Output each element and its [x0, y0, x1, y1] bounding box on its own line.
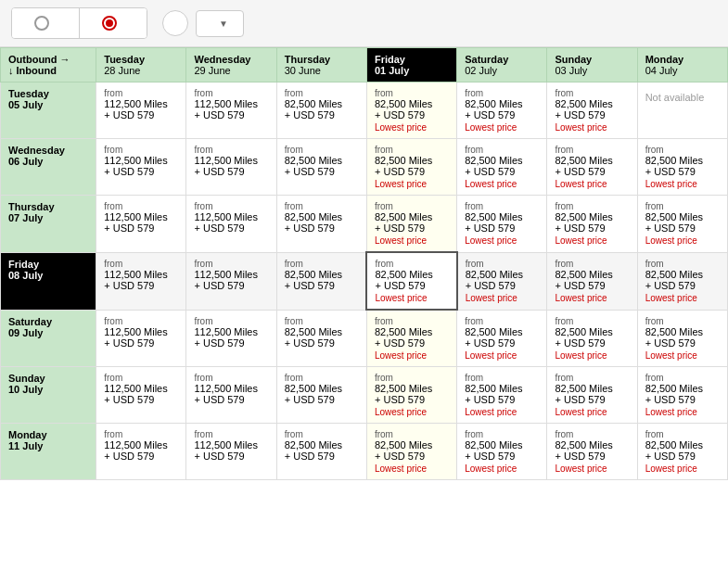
- miles-value: 82,500 Miles: [465, 98, 539, 109]
- lowest-price-label: Lowest price: [375, 235, 449, 246]
- lowest-price-label: Lowest price: [465, 122, 539, 133]
- cash-option[interactable]: [12, 8, 80, 38]
- cell-row4-col1[interactable]: from112,500 Miles+ USD 579: [186, 310, 276, 367]
- cell-row4-col0[interactable]: from112,500 Miles+ USD 579: [96, 310, 186, 367]
- col-day-col3: Friday: [375, 54, 449, 65]
- col-header-col5[interactable]: Sunday03 July: [547, 48, 637, 83]
- col-header-col4[interactable]: Saturday02 July: [457, 48, 547, 83]
- cell-row2-col0[interactable]: from112,500 Miles+ USD 579: [96, 196, 186, 253]
- lowest-price-label: Lowest price: [465, 463, 539, 474]
- cell-row5-col1[interactable]: from112,500 Miles+ USD 579: [186, 367, 276, 424]
- cell-row1-col2[interactable]: from82,500 Miles+ USD 579: [276, 139, 366, 196]
- miles-value: 82,500 Miles: [375, 211, 449, 222]
- usd-value: + USD 579: [555, 222, 629, 234]
- cell-row5-col5[interactable]: from82,500 Miles+ USD 579Lowest price: [547, 367, 637, 424]
- col-day-col2: Thursday: [285, 54, 359, 65]
- cell-row0-col5[interactable]: from82,500 Miles+ USD 579Lowest price: [547, 83, 637, 139]
- cell-row5-col6[interactable]: from82,500 Miles+ USD 579Lowest price: [637, 367, 727, 424]
- col-header-col1[interactable]: Wednesday29 June: [186, 48, 276, 83]
- cell-row4-col3[interactable]: from82,500 Miles+ USD 579Lowest price: [366, 310, 456, 367]
- cell-row1-col0[interactable]: from112,500 Miles+ USD 579: [96, 139, 186, 196]
- cell-row0-col6[interactable]: Not available: [637, 83, 727, 139]
- cell-row1-col4[interactable]: from82,500 Miles+ USD 579Lowest price: [457, 139, 547, 196]
- cell-row6-col4[interactable]: from82,500 Miles+ USD 579Lowest price: [457, 424, 547, 480]
- from-label: from: [285, 145, 359, 155]
- lowest-price-label: Lowest price: [555, 463, 629, 474]
- lowest-price-label: Lowest price: [375, 407, 449, 417]
- cell-row1-col1[interactable]: from112,500 Miles+ USD 579: [186, 139, 276, 196]
- cell-row5-col4[interactable]: from82,500 Miles+ USD 579Lowest price: [457, 367, 547, 424]
- cell-row4-col4[interactable]: from82,500 Miles+ USD 579Lowest price: [457, 310, 547, 367]
- cell-row1-col5[interactable]: from82,500 Miles+ USD 579Lowest price: [547, 139, 637, 196]
- from-label: from: [555, 145, 629, 155]
- usd-value: + USD 579: [104, 109, 178, 121]
- cell-row0-col2[interactable]: from82,500 Miles+ USD 579: [276, 83, 366, 139]
- miles-option[interactable]: [80, 8, 147, 38]
- cell-row2-col6[interactable]: from82,500 Miles+ USD 579Lowest price: [637, 196, 727, 253]
- col-day-col4: Saturday: [465, 54, 539, 65]
- usd-value: + USD 579: [375, 451, 449, 462]
- cell-row2-col1[interactable]: from112,500 Miles+ USD 579: [186, 196, 276, 253]
- usd-value: + USD 579: [104, 222, 178, 234]
- cell-row3-col6[interactable]: from82,500 Miles+ USD 579Lowest price: [637, 252, 727, 310]
- from-label: from: [285, 88, 359, 98]
- cell-row0-col1[interactable]: from112,500 Miles+ USD 579: [186, 83, 276, 139]
- from-label: from: [375, 259, 448, 269]
- usd-value: + USD 579: [285, 222, 359, 234]
- row-date-row0: 05 July: [8, 99, 88, 110]
- cell-row6-col2[interactable]: from82,500 Miles+ USD 579: [276, 424, 366, 480]
- row-date-row6: 11 July: [8, 440, 88, 451]
- cell-row4-col2[interactable]: from82,500 Miles+ USD 579: [276, 310, 366, 367]
- cell-row6-col1[interactable]: from112,500 Miles+ USD 579: [186, 424, 276, 480]
- cell-row0-col0[interactable]: from112,500 Miles+ USD 579: [96, 83, 186, 139]
- cell-row4-col5[interactable]: from82,500 Miles+ USD 579Lowest price: [547, 310, 637, 367]
- usd-value: + USD 579: [645, 394, 720, 405]
- lowest-price-label: Lowest price: [555, 407, 629, 417]
- cell-row3-col2[interactable]: from82,500 Miles+ USD 579: [276, 252, 366, 310]
- col-header-col3[interactable]: Friday01 July: [366, 48, 456, 83]
- usd-value: + USD 579: [465, 109, 539, 121]
- cell-row4-col6[interactable]: from82,500 Miles+ USD 579Lowest price: [637, 310, 727, 367]
- also-see-button[interactable]: ▼: [196, 10, 244, 37]
- lowest-price-label: Lowest price: [375, 293, 448, 303]
- payment-toggle: [11, 7, 147, 39]
- cell-row3-col4[interactable]: from82,500 Miles+ USD 579Lowest price: [457, 252, 547, 310]
- row-row4: Saturday09 Julyfrom112,500 Miles+ USD 57…: [1, 310, 728, 367]
- cell-row2-col2[interactable]: from82,500 Miles+ USD 579: [276, 196, 366, 253]
- row-row5: Sunday10 Julyfrom112,500 Miles+ USD 579f…: [1, 367, 728, 424]
- cell-row3-col1[interactable]: from112,500 Miles+ USD 579: [186, 252, 276, 310]
- usd-value: + USD 579: [375, 394, 449, 405]
- cell-row2-col4[interactable]: from82,500 Miles+ USD 579Lowest price: [457, 196, 547, 253]
- col-day-col6: Monday: [645, 54, 720, 65]
- cell-row6-col6[interactable]: from82,500 Miles+ USD 579Lowest price: [637, 424, 727, 480]
- cell-row2-col3[interactable]: from82,500 Miles+ USD 579Lowest price: [366, 196, 456, 253]
- cell-row3-col0[interactable]: from112,500 Miles+ USD 579: [96, 252, 186, 310]
- col-date-col0: 28 June: [104, 65, 178, 76]
- cell-row1-col6[interactable]: from82,500 Miles+ USD 579Lowest price: [637, 139, 727, 196]
- col-header-col0[interactable]: Tuesday28 June: [96, 48, 186, 83]
- col-day-col5: Sunday: [555, 54, 629, 65]
- from-label: from: [194, 429, 268, 439]
- cell-row5-col0[interactable]: from112,500 Miles+ USD 579: [96, 367, 186, 424]
- from-label: from: [194, 373, 268, 383]
- usd-value: + USD 579: [466, 280, 540, 291]
- cell-row6-col3[interactable]: from82,500 Miles+ USD 579Lowest price: [366, 424, 456, 480]
- info-button[interactable]: [162, 10, 188, 36]
- cell-row2-col5[interactable]: from82,500 Miles+ USD 579Lowest price: [547, 196, 637, 253]
- cell-row0-col4[interactable]: from82,500 Miles+ USD 579Lowest price: [457, 83, 547, 139]
- col-header-col2[interactable]: Thursday30 June: [276, 48, 366, 83]
- miles-value: 82,500 Miles: [285, 383, 359, 394]
- cell-row3-col3[interactable]: from82,500 Miles+ USD 579Lowest price: [366, 252, 456, 310]
- lowest-price-label: Lowest price: [645, 463, 720, 474]
- cell-row6-col5[interactable]: from82,500 Miles+ USD 579Lowest price: [547, 424, 637, 480]
- miles-value: 82,500 Miles: [465, 211, 539, 222]
- cell-row1-col3[interactable]: from82,500 Miles+ USD 579Lowest price: [366, 139, 456, 196]
- lowest-price-label: Lowest price: [375, 122, 449, 133]
- col-header-col6[interactable]: Monday04 July: [637, 48, 727, 83]
- from-label: from: [466, 259, 540, 269]
- cell-row0-col3[interactable]: from82,500 Miles+ USD 579Lowest price: [366, 83, 456, 139]
- cell-row5-col3[interactable]: from82,500 Miles+ USD 579Lowest price: [366, 367, 456, 424]
- cell-row6-col0[interactable]: from112,500 Miles+ USD 579: [96, 424, 186, 480]
- cell-row3-col5[interactable]: from82,500 Miles+ USD 579Lowest price: [547, 252, 637, 310]
- cell-row5-col2[interactable]: from82,500 Miles+ USD 579: [276, 367, 366, 424]
